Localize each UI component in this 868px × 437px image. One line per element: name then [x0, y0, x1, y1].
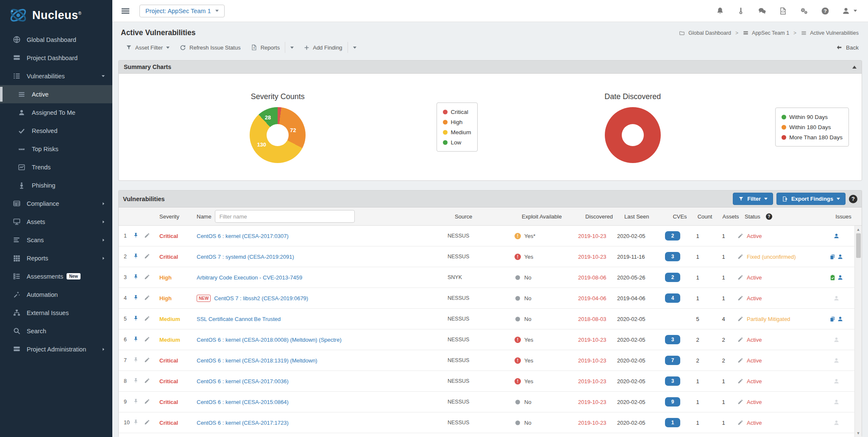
date-discovered-donut-chart[interactable]: [605, 107, 661, 163]
table-row[interactable]: 7 Critical CentOS 6 : kernel (CESA-2018:…: [119, 350, 854, 371]
edit-status-icon[interactable]: [737, 399, 743, 405]
sidebar-item-automation[interactable]: Automation: [0, 285, 112, 304]
table-row[interactable]: 4 High NEW CentOS 7 : libssh2 (CESA-2019…: [119, 288, 854, 309]
edit-status-icon[interactable]: [737, 357, 743, 363]
edit-status-icon[interactable]: [737, 378, 743, 384]
edit-severity-icon[interactable]: [144, 315, 150, 321]
sidebar-item-global-dashboard[interactable]: Global Dashboard: [0, 30, 112, 49]
sidebar-item-scans[interactable]: Scans: [0, 231, 112, 249]
edit-status-icon[interactable]: [737, 420, 743, 426]
hamburger-menu-icon[interactable]: [121, 6, 130, 16]
table-row[interactable]: 9 Critical CentOS 6 : kernel (CESA-2015:…: [119, 392, 854, 412]
asset-filter-button[interactable]: Asset Filter: [121, 42, 175, 53]
edit-status-icon[interactable]: [737, 337, 743, 343]
sidebar-item-assessments[interactable]: Assessments New: [0, 267, 112, 285]
sidebar-item-top-risks[interactable]: Top Risks: [0, 140, 112, 158]
sidebar-item-phishing[interactable]: Phishing: [0, 176, 112, 194]
reports-button[interactable]: X Reports: [246, 41, 285, 53]
sidebar-item-vulnerabilities[interactable]: Vulnerabilities: [0, 67, 112, 85]
copy-issues-icon[interactable]: [829, 254, 836, 260]
add-finding-button[interactable]: Add Finding: [299, 42, 347, 53]
cve-count-badge[interactable]: 9: [665, 397, 680, 407]
vulnerability-link[interactable]: Arbitrary Code Execution - CVE-2013-7459: [197, 274, 302, 281]
column-assets[interactable]: Assets: [717, 213, 745, 220]
edit-severity-icon[interactable]: [144, 419, 150, 425]
table-row[interactable]: 8 Critical CentOS 6 : kernel (CESA-2017:…: [119, 371, 854, 392]
assigned-user-icon[interactable]: [833, 295, 840, 301]
pin-icon[interactable]: [133, 274, 139, 280]
collapse-panel-icon[interactable]: [852, 66, 857, 69]
filter-button[interactable]: Filter: [733, 193, 773, 205]
vulnerability-link[interactable]: CentOS 6 : kernel (CESA-2017:0036): [197, 378, 289, 384]
assigned-user-icon[interactable]: [833, 337, 840, 343]
cve-count-badge[interactable]: 7: [665, 356, 680, 365]
column-severity[interactable]: Severity: [159, 213, 197, 220]
file-code-icon[interactable]: [779, 7, 787, 15]
legend-item[interactable]: High: [443, 117, 471, 127]
table-row[interactable]: 10 Critical CentOS 6 : kernel (CESA-2017…: [119, 412, 854, 433]
back-button[interactable]: Back: [836, 44, 859, 51]
sidebar-item-assigned-to-me[interactable]: Assigned To Me: [0, 103, 112, 122]
pin-icon[interactable]: [133, 294, 139, 301]
pin-icon[interactable]: [133, 336, 139, 342]
table-scrollbar[interactable]: ▲ ▼: [854, 226, 862, 437]
scroll-up-icon[interactable]: ▲: [857, 226, 860, 233]
sidebar-item-external-issues[interactable]: External Issues: [0, 304, 112, 322]
table-row[interactable]: 2 Critical CentOS 7 : systemd (CESA-2019…: [119, 246, 854, 267]
project-selector[interactable]: Project: AppSec Team 1: [139, 5, 225, 17]
comments-icon[interactable]: [757, 7, 767, 15]
cve-count-badge[interactable]: 3: [665, 252, 680, 261]
edit-severity-icon[interactable]: [144, 295, 150, 301]
sidebar-item-reports[interactable]: Reports: [0, 249, 112, 267]
edit-status-icon[interactable]: [737, 295, 743, 301]
edit-status-icon[interactable]: [737, 274, 743, 280]
refresh-issue-status-button[interactable]: Refresh Issue Status: [175, 42, 246, 53]
table-help-icon[interactable]: ?: [849, 195, 857, 203]
edit-status-icon[interactable]: [737, 254, 743, 260]
assigned-user-icon[interactable]: [833, 233, 840, 239]
table-row[interactable]: 5 Medium SSL Certificate Cannot Be Trust…: [119, 309, 854, 329]
cve-count-badge[interactable]: 3: [665, 376, 680, 386]
notifications-bell-icon[interactable]: [716, 7, 724, 15]
cve-count-badge[interactable]: 4: [665, 293, 680, 303]
copy-issues-icon[interactable]: [829, 316, 836, 322]
edit-severity-icon[interactable]: [144, 357, 150, 363]
cve-count-badge[interactable]: 3: [665, 335, 680, 344]
edit-status-icon[interactable]: [737, 316, 743, 322]
edit-severity-icon[interactable]: [144, 378, 150, 384]
help-icon[interactable]: ?: [821, 7, 829, 15]
edit-severity-icon[interactable]: [144, 232, 150, 238]
assigned-user-icon[interactable]: [837, 254, 843, 260]
column-last-seen[interactable]: Last Seen: [624, 213, 667, 220]
breadcrumb-project[interactable]: AppSec Team 1: [743, 30, 789, 36]
edit-severity-icon[interactable]: [144, 336, 150, 342]
edit-severity-icon[interactable]: [144, 253, 150, 259]
pin-icon[interactable]: [133, 253, 139, 259]
thermometer-icon[interactable]: [737, 7, 745, 15]
export-findings-button[interactable]: Export Findings: [776, 193, 846, 205]
table-row[interactable]: 3 High Arbitrary Code Execution - CVE-20…: [119, 267, 854, 288]
sidebar-item-resolved[interactable]: Resolved: [0, 122, 112, 140]
vulnerability-link[interactable]: CentOS 6 : kernel (CESA-2017:1723): [197, 420, 289, 426]
severity-donut-chart[interactable]: 28 72 130: [250, 107, 306, 163]
column-source[interactable]: Source: [455, 213, 522, 220]
sidebar-item-project-administration[interactable]: Project Administration: [0, 340, 112, 358]
cve-count-badge[interactable]: 2: [665, 231, 680, 241]
cve-count-badge[interactable]: 1: [665, 418, 680, 427]
assigned-user-icon[interactable]: [837, 316, 843, 322]
vulnerability-link[interactable]: CentOS 7 : libssh2 (CESA-2019:0679): [214, 295, 308, 301]
name-filter-input[interactable]: [215, 210, 355, 223]
vulnerability-link[interactable]: SSL Certificate Cannot Be Trusted: [197, 316, 281, 322]
clipboard-check-icon[interactable]: [829, 274, 836, 281]
settings-gears-icon[interactable]: [799, 7, 809, 15]
vulnerability-link[interactable]: CentOS 6 : kernel (CESA-2018:1319) (Melt…: [197, 357, 317, 364]
sidebar-item-active[interactable]: Active: [0, 85, 112, 103]
summary-charts-header[interactable]: Summary Charts: [119, 61, 862, 74]
legend-item[interactable]: More Than 180 Days: [782, 132, 843, 142]
edit-severity-icon[interactable]: [144, 398, 150, 404]
breadcrumb-global-dashboard[interactable]: Global Dashboard: [679, 30, 731, 36]
legend-item[interactable]: Low: [443, 137, 471, 147]
user-menu[interactable]: [842, 7, 857, 15]
legend-item[interactable]: Critical: [443, 107, 471, 117]
table-row[interactable]: 1 Critical CentOS 6 : kernel (CESA-2017:…: [119, 226, 854, 246]
